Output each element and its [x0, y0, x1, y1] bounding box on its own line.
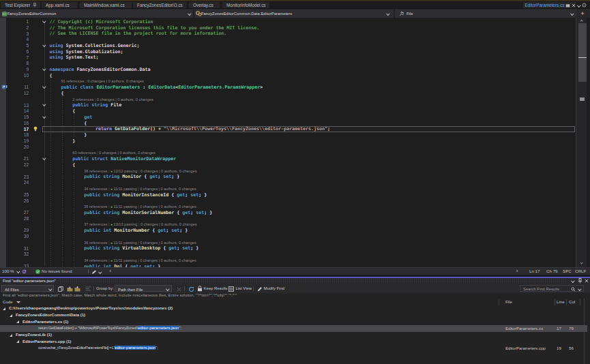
- fold-collapse-chevron-icon[interactable]: [42, 114, 47, 120]
- add-view-button[interactable]: +: [578, 10, 587, 18]
- codelens-changes[interactable]: 0 changes | 0 authors, 0 changes: [141, 169, 197, 173]
- codelens-changes[interactable]: 0 changes | 0 authors, 0 changes: [87, 79, 144, 83]
- codelens-changes[interactable]: 0 changes | 0 authors, 0 changes: [140, 241, 196, 245]
- expander-collapse-icon[interactable]: [10, 334, 12, 337]
- column-header-code[interactable]: Code: [3, 299, 13, 306]
- codelens-annotation[interactable]: 36 references | ● 11/11 passing | 0 chan…: [84, 241, 196, 245]
- codelens-references[interactable]: 60 references: [72, 151, 95, 155]
- chevron-down-icon[interactable]: [578, 288, 581, 291]
- codelens-references[interactable]: 36 references: [84, 241, 107, 245]
- list-view-icon[interactable]: [228, 286, 234, 292]
- codelens-annotation[interactable]: 2 references | 0 changes | 0 authors, 0 …: [72, 97, 153, 102]
- lightbulb-icon[interactable]: [33, 126, 38, 132]
- result-group-row[interactable]: EditorParameters.cpp (1): [0, 339, 587, 346]
- codelens-passing[interactable]: 11/11 passing: [114, 204, 137, 209]
- result-group-row[interactable]: C:\Users\zhaopengwang\Desktop\powertoys\…: [0, 305, 587, 312]
- codelens-annotation[interactable]: 34 references | ● 11/11 passing | 0 chan…: [84, 258, 196, 262]
- expander-collapse-icon[interactable]: [16, 320, 19, 323]
- scrollbar-thumb[interactable]: [578, 23, 587, 82]
- pin-icon[interactable]: [578, 278, 582, 284]
- window-position-chevron-icon[interactable]: [571, 279, 574, 283]
- pin-icon[interactable]: [33, 3, 37, 7]
- project-dropdown[interactable]: C# FancyZonesEditorCommon: [0, 10, 193, 18]
- fold-collapse-chevron-icon[interactable]: [42, 102, 47, 108]
- codelens-annotation[interactable]: 35 references | ● 11/11 passing | 0 chan…: [84, 204, 196, 209]
- codelens-references[interactable]: 35 references: [84, 204, 107, 209]
- result-match-row[interactable]: const wchar_t FancyZonesEditorParameters…: [0, 345, 587, 352]
- code-editor[interactable]: 1// Copyright (c) Microsoft Corporation2…: [0, 18, 590, 268]
- codelens-references[interactable]: 38 references: [84, 169, 107, 173]
- zoom-level-dropdown[interactable]: 100 %: [2, 268, 14, 275]
- keep-results-lock-icon[interactable]: [197, 286, 203, 292]
- codelens-passing[interactable]: 12/12 passing: [114, 169, 138, 173]
- codelens-changes[interactable]: 0 changes | 0 authors, 0 changes: [99, 151, 156, 155]
- column-header-col[interactable]: Col: [569, 299, 575, 306]
- result-group-row[interactable]: EditorParameters.cs (1): [0, 319, 587, 326]
- fold-collapse-chevron-icon[interactable]: [42, 84, 47, 90]
- result-group-row[interactable]: FancyZonesEditorCommon\Data (1): [0, 312, 587, 319]
- codelens-changes[interactable]: 0 changes | 0 authors, 0 changes: [140, 258, 196, 262]
- collapse-all-icon[interactable]: [74, 286, 80, 292]
- result-group-row[interactable]: FancyZonesLib (1): [0, 332, 587, 339]
- result-match-row[interactable]: return GetDataFolder() + "\\Microsoft\\P…: [0, 325, 587, 332]
- codelens-annotation[interactable]: 91 references | 0 changes | 0 authors, 0…: [61, 79, 143, 83]
- codelens-annotation[interactable]: 37 references | ● 13/13 passing | 0 chan…: [84, 222, 196, 226]
- scope-dropdown[interactable]: All Files: [1, 285, 54, 292]
- hscroll-left-arrow-icon[interactable]: [110, 270, 113, 273]
- codelens-changes[interactable]: 0 changes | 0 authors, 0 changes: [97, 97, 153, 102]
- preview-tab-editorparameters-cs[interactable]: EditorParameters.cs: [523, 2, 577, 9]
- expander-collapse-icon[interactable]: [10, 314, 12, 317]
- document-tab-overlay-cs[interactable]: Overlay.cs: [189, 2, 220, 9]
- keep-open-icon[interactable]: [565, 3, 570, 7]
- codelens-passing[interactable]: 13/13 passing: [114, 222, 138, 226]
- codelens-changes[interactable]: 0 changes | 0 authors, 0 changes: [140, 187, 196, 191]
- codelens-passing[interactable]: 11/11 passing: [114, 258, 137, 262]
- expander-collapse-icon[interactable]: [3, 307, 5, 310]
- column-divider[interactable]: [566, 299, 567, 305]
- codelens-annotation[interactable]: 60 references | 0 changes | 0 authors, 0…: [72, 151, 155, 155]
- hscroll-right-arrow-icon[interactable]: [516, 270, 519, 273]
- column-header-file[interactable]: File: [505, 299, 512, 306]
- document-tab-monitorinfomodel-cs[interactable]: MonitorInfoModel.cs: [222, 2, 269, 9]
- pen-edit-icon[interactable]: [91, 270, 97, 275]
- codelens-passing[interactable]: 11/11 passing: [114, 187, 137, 191]
- member-dropdown[interactable]: File: [395, 10, 576, 18]
- column-divider[interactable]: [499, 299, 499, 305]
- fold-collapse-chevron-icon[interactable]: [42, 42, 47, 48]
- codelens-references[interactable]: 34 references: [84, 258, 107, 262]
- type-dropdown[interactable]: FancyZonesEditorCommon.Data.EditorParame…: [194, 10, 394, 18]
- column-divider[interactable]: [580, 299, 580, 305]
- codelens-references[interactable]: 37 references: [84, 222, 107, 226]
- codelens-references[interactable]: 2 references: [72, 97, 93, 102]
- expand-all-icon[interactable]: [67, 286, 73, 292]
- column-header-line[interactable]: Line: [557, 299, 565, 306]
- scroll-down-arrow-icon[interactable]: [580, 262, 584, 266]
- modify-find-pencil-icon[interactable]: [257, 286, 263, 292]
- group-by-dropdown[interactable]: Path then File: [115, 285, 172, 292]
- document-tab-test-explorer[interactable]: Test Explorer: [1, 2, 40, 9]
- codelens-annotation[interactable]: 34 references | ● 11/11 passing | 0 chan…: [84, 187, 196, 191]
- codelens-references[interactable]: 34 references: [84, 187, 107, 191]
- close-icon[interactable]: [572, 3, 576, 7]
- document-tab-mainwindow-xaml-cs[interactable]: MainWindow.xaml.cs: [80, 2, 132, 9]
- codelens-passing[interactable]: 11/11 passing: [114, 241, 137, 245]
- notifications-icon[interactable]: [582, 3, 587, 7]
- codelens-changes[interactable]: 0 changes | 0 authors, 0 changes: [141, 222, 197, 226]
- fold-collapse-chevron-icon[interactable]: [42, 155, 47, 162]
- tab-list-chevron-icon[interactable]: [577, 3, 580, 7]
- copy-results-icon[interactable]: [58, 286, 63, 292]
- filter-chevron-icon[interactable]: [16, 301, 20, 303]
- codelens-changes[interactable]: 0 changes | 0 authors, 0 changes: [140, 204, 196, 209]
- codelens-references[interactable]: 91 references: [61, 79, 84, 83]
- fold-collapse-chevron-icon[interactable]: [42, 66, 47, 72]
- chevron-down-icon[interactable]: [98, 270, 102, 273]
- intellicode-icon[interactable]: [22, 269, 27, 274]
- document-tab-fancyzoneseditorio-cs[interactable]: FancyZonesEditorIO.cs: [133, 2, 187, 9]
- codelens-annotation[interactable]: 38 references | ● 12/12 passing | 0 chan…: [84, 169, 196, 173]
- document-tab-app-xaml-cs[interactable]: App.xaml.cs: [42, 2, 78, 9]
- document-health-label[interactable]: No issues found: [42, 268, 72, 275]
- scroll-up-arrow-icon[interactable]: [580, 18, 584, 22]
- search-results-input[interactable]: Search Find Results: [520, 285, 584, 292]
- close-icon[interactable]: [585, 279, 589, 283]
- expander-collapse-icon[interactable]: [16, 340, 19, 343]
